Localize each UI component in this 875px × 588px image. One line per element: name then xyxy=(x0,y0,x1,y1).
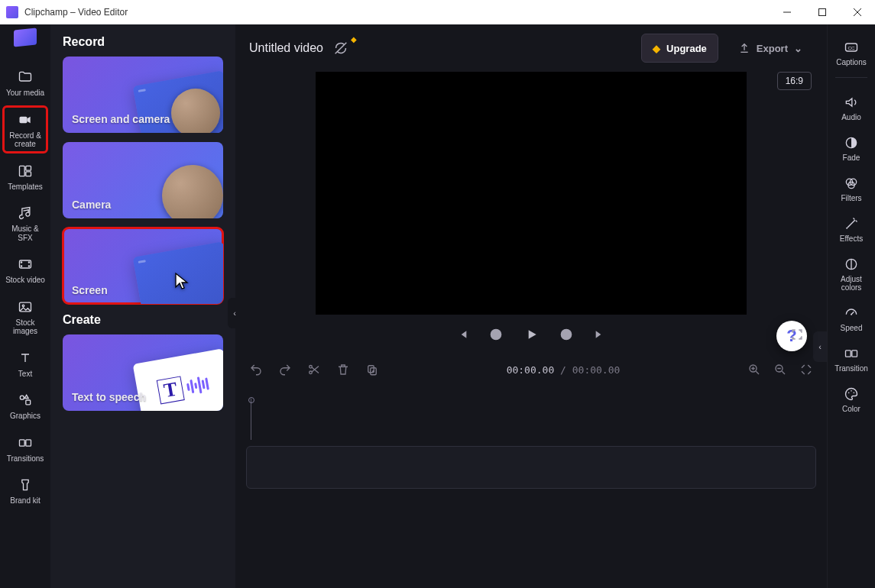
app-logo xyxy=(14,27,37,47)
rnav-color[interactable]: Color xyxy=(830,379,873,418)
rnav-label: Speed xyxy=(841,324,863,332)
svg-point-36 xyxy=(846,228,847,229)
rnav-label: Adjust colors xyxy=(830,275,873,292)
delete-button[interactable] xyxy=(336,363,350,376)
rnav-adjust-colors[interactable]: Adjust colors xyxy=(830,249,873,296)
app-icon xyxy=(6,6,18,18)
card-screen[interactable]: Screen xyxy=(63,228,223,304)
stockimage-icon xyxy=(16,299,34,315)
zoom-out-button[interactable] xyxy=(773,363,787,376)
project-title[interactable]: Untitled video xyxy=(249,41,323,55)
editor-topbar: Untitled video ◆ ◆ Upgrade Export ⌄ xyxy=(235,24,827,72)
card-camera[interactable]: Camera xyxy=(63,142,223,218)
redo-button[interactable] xyxy=(278,363,292,376)
zoom-fit-button[interactable] xyxy=(799,363,813,376)
rewind-5-button[interactable]: 5 xyxy=(488,327,504,342)
nav-label: Stock video xyxy=(5,276,45,285)
rnav-label: Filters xyxy=(841,194,861,202)
nav-label: Text xyxy=(18,370,32,379)
svg-point-12 xyxy=(28,266,29,267)
nav-transitions[interactable]: Transitions xyxy=(4,430,47,467)
rnav-transition[interactable]: Transition xyxy=(830,338,873,377)
no-autosave-icon[interactable]: ◆ xyxy=(332,40,349,57)
nav-graphics[interactable]: Graphics xyxy=(4,387,47,424)
svg-rect-18 xyxy=(26,439,31,445)
svg-rect-16 xyxy=(26,400,31,405)
titlebar: Clipchamp – Video Editor xyxy=(0,0,875,24)
nav-music-sfx[interactable]: Music & SFX xyxy=(4,200,47,245)
diamond-icon: ◆ xyxy=(653,43,660,54)
folder-icon xyxy=(16,69,34,86)
nav-your-media[interactable]: Your media xyxy=(4,64,47,101)
svg-point-9 xyxy=(21,262,21,263)
right-sidebar: CC Captions Audio Fade Filters Effects A… xyxy=(827,24,875,588)
divider xyxy=(835,77,867,78)
timeline-track[interactable] xyxy=(246,446,816,489)
stockvideo-icon xyxy=(16,256,34,273)
time-current: 00:00.00 xyxy=(507,364,555,376)
card-label: Screen xyxy=(72,284,108,296)
rnav-speed[interactable]: Speed xyxy=(830,298,873,337)
rnav-effects[interactable]: Effects xyxy=(830,208,873,247)
nav-stock-images[interactable]: Stock images xyxy=(4,294,47,339)
section-create-heading: Create xyxy=(63,313,223,327)
nav-label: Music & SFX xyxy=(4,225,47,242)
card-text-to-speech[interactable]: T Text to speech xyxy=(63,334,223,411)
timeline-area[interactable] xyxy=(235,388,827,588)
window-maximize-button[interactable] xyxy=(805,0,840,24)
nav-brand-kit[interactable]: Brand kit xyxy=(4,472,47,509)
skip-end-button[interactable] xyxy=(594,328,606,341)
window-close-button[interactable] xyxy=(840,0,875,24)
nav-text[interactable]: Text xyxy=(4,345,47,382)
svg-point-11 xyxy=(28,262,29,263)
svg-rect-40 xyxy=(852,351,857,357)
card-preview-avatar xyxy=(162,165,223,218)
rnav-label: Transition xyxy=(834,364,868,373)
svg-rect-4 xyxy=(20,116,28,122)
editor-area: Untitled video ◆ ◆ Upgrade Export ⌄ 16:9… xyxy=(235,24,827,588)
rnav-label: Fade xyxy=(843,153,860,162)
duplicate-button[interactable] xyxy=(365,363,379,376)
nav-templates[interactable]: Templates xyxy=(4,158,47,195)
export-label: Export xyxy=(757,43,788,54)
rnav-captions[interactable]: CC Captions xyxy=(830,32,873,71)
rnav-label: Effects xyxy=(840,234,863,243)
svg-point-42 xyxy=(851,390,852,392)
nav-record-and-create[interactable]: Record & create xyxy=(4,107,47,152)
aspect-ratio-button[interactable]: 16:9 xyxy=(777,72,812,90)
nav-label: Transitions xyxy=(7,454,44,464)
skip-start-button[interactable] xyxy=(456,328,468,341)
undo-button[interactable] xyxy=(249,363,263,376)
fullscreen-button[interactable] xyxy=(790,328,804,341)
nav-label: Stock images xyxy=(4,318,47,336)
playhead-icon[interactable] xyxy=(248,397,254,403)
play-button[interactable] xyxy=(523,327,539,342)
card-label: Screen and camera xyxy=(72,113,170,125)
window-title: Clipchamp – Video Editor xyxy=(24,7,128,18)
card-screen-and-camera[interactable]: Screen and camera xyxy=(63,57,223,133)
timeline-ruler[interactable] xyxy=(246,388,816,443)
rnav-filters[interactable]: Filters xyxy=(830,168,873,207)
svg-point-41 xyxy=(848,393,850,394)
svg-rect-39 xyxy=(846,351,851,357)
rnav-fade[interactable]: Fade xyxy=(830,128,873,166)
preview-canvas[interactable] xyxy=(316,72,747,315)
timeline-toolbar: 00:00.00 / 00:00.00 xyxy=(235,351,827,388)
svg-point-38 xyxy=(851,314,852,315)
forward-5-button[interactable]: 5 xyxy=(559,327,574,342)
upgrade-button[interactable]: ◆ Upgrade xyxy=(641,34,718,63)
zoom-in-button[interactable] xyxy=(747,363,761,376)
section-record-heading: Record xyxy=(63,35,223,49)
templates-icon xyxy=(16,163,34,179)
window-minimize-button[interactable] xyxy=(770,0,805,24)
rnav-label: Color xyxy=(842,405,860,413)
video-icon xyxy=(16,111,34,128)
split-button[interactable] xyxy=(307,363,321,376)
card-label: Camera xyxy=(72,199,111,211)
export-button[interactable]: Export ⌄ xyxy=(728,34,813,62)
record-create-panel: Record Screen and camera Camera Screen C… xyxy=(50,24,235,588)
nav-label: Graphics xyxy=(10,412,41,421)
nav-label: Record & create xyxy=(4,131,47,149)
rnav-audio[interactable]: Audio xyxy=(830,87,873,126)
nav-stock-video[interactable]: Stock video xyxy=(4,251,47,288)
